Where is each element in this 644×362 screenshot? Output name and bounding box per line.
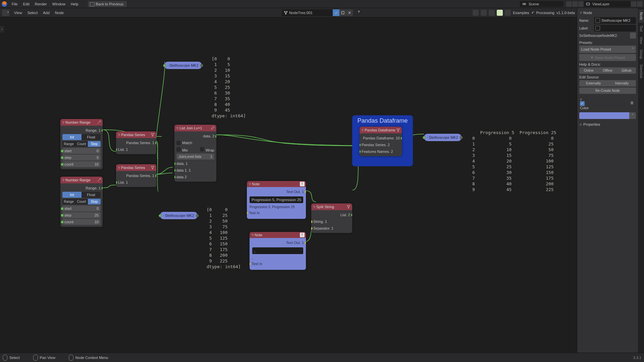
recreate-node-button[interactable]: Re-Create Node xyxy=(579,87,636,94)
list-icon[interactable] xyxy=(630,101,635,106)
menu-render[interactable]: Render xyxy=(32,2,50,6)
socket-out[interactable] xyxy=(351,214,352,217)
edit-icon[interactable] xyxy=(97,120,101,125)
step-mode-button[interactable]: Step xyxy=(88,141,101,147)
toolbar-btn-3[interactable] xyxy=(489,10,495,16)
node-pandas-dataframe[interactable]: ▽Pandas Dataframe Pandas Dataframe. 10 P… xyxy=(360,127,402,156)
toolbar-btn-5[interactable] xyxy=(505,10,511,16)
collapse-icon[interactable]: ▽ xyxy=(249,183,251,186)
node-pandas-series-1[interactable]: ▽Pandas Series Pandas Series. 1 List. 1 xyxy=(116,131,156,154)
node-pandas-series-2[interactable]: ▽Pandas Series Pandas Series. 1 List. 1 xyxy=(116,164,156,187)
pin-icon[interactable] xyxy=(357,10,362,15)
chevron-icon[interactable]: › xyxy=(427,136,428,139)
internally-button[interactable]: Internally xyxy=(608,80,636,86)
collapse-icon[interactable]: ▽ xyxy=(252,234,254,237)
editor-type-selector[interactable] xyxy=(2,9,9,16)
int-button[interactable]: Int xyxy=(62,134,82,140)
tab-sverchok[interactable]: Sverchok xyxy=(639,62,644,81)
socket-in[interactable] xyxy=(174,162,176,165)
menu-help[interactable]: Help xyxy=(68,2,81,6)
node-note-2[interactable]: ▽Note! Text Out. 1 , , Text In xyxy=(250,232,306,270)
tab-node[interactable]: Node xyxy=(639,9,644,23)
processing-toggle[interactable]: Processing xyxy=(536,11,554,15)
externally-button[interactable]: Externally xyxy=(579,80,608,86)
socket-in[interactable] xyxy=(61,149,64,153)
node-note-1[interactable]: ▽Note! Text Out. 1 Progression 5, Progre… xyxy=(247,181,306,219)
fake-user-button[interactable] xyxy=(333,9,339,16)
note-text-input[interactable]: Progression 5, Progression 25 xyxy=(250,196,303,203)
color-checkbox[interactable]: ✓ xyxy=(580,101,585,106)
collapse-icon[interactable]: ▽ xyxy=(118,133,120,136)
load-preset-dropdown[interactable]: Load Node Preset˅ xyxy=(579,46,636,53)
panel-properties[interactable]: ▷Properties xyxy=(579,121,636,128)
node-stethoscope-2[interactable]: ›Stethoscope MK2 xyxy=(160,212,198,219)
float-button[interactable]: Float xyxy=(82,192,101,198)
panel-node[interactable]: ▽Node xyxy=(579,9,636,16)
filter-icon[interactable] xyxy=(150,132,155,137)
wrench-icon[interactable] xyxy=(210,126,215,130)
collapse-icon[interactable]: ▽ xyxy=(118,166,120,169)
socket-in[interactable] xyxy=(247,212,248,215)
delete-viewlayer-icon[interactable] xyxy=(637,1,642,7)
filter-icon[interactable] xyxy=(150,165,155,170)
menu-view[interactable]: View xyxy=(11,11,25,15)
chevron-icon[interactable]: › xyxy=(168,64,169,67)
expand-toolbar-icon[interactable]: › xyxy=(0,26,4,33)
back-to-previous-button[interactable]: Back to Previous xyxy=(88,1,127,7)
node-header[interactable]: ▽Pandas Series xyxy=(116,131,156,138)
socket-in[interactable] xyxy=(163,64,166,67)
menu-file[interactable]: File xyxy=(9,2,20,6)
node-header[interactable]: ▽Note! xyxy=(247,181,306,187)
count-mode-button[interactable]: Count xyxy=(75,199,88,204)
checkbox-icon[interactable] xyxy=(200,147,204,152)
socket-in[interactable] xyxy=(174,169,176,172)
count-field[interactable]: count10 xyxy=(62,219,101,225)
float-button[interactable]: Float xyxy=(82,134,101,140)
node-header[interactable]: ▽Pandas Series xyxy=(116,164,156,171)
unlink-nodetree-button[interactable] xyxy=(346,9,353,16)
socket-out[interactable] xyxy=(155,174,156,177)
label-field[interactable] xyxy=(594,25,636,32)
toolbar-btn-2[interactable] xyxy=(481,10,487,16)
new-scene-icon[interactable] xyxy=(572,1,578,7)
menu-window[interactable]: Window xyxy=(50,2,68,6)
count-mode-button[interactable]: Count xyxy=(75,141,88,147)
node-split-string[interactable]: ▽Split String List. 2 String. 1 Separato… xyxy=(311,203,352,233)
socket-in[interactable] xyxy=(61,214,64,217)
blender-logo-icon[interactable] xyxy=(2,1,7,7)
toolbar-btn-1[interactable] xyxy=(473,10,479,16)
socket-in[interactable] xyxy=(360,143,361,146)
tab-view[interactable]: View xyxy=(639,34,644,47)
socket-out[interactable] xyxy=(305,241,306,244)
collapse-icon[interactable]: ▽ xyxy=(313,205,315,208)
tab-group[interactable]: Group xyxy=(639,47,644,62)
warning-icon[interactable]: ! xyxy=(300,233,305,237)
node-header[interactable]: ▽List Join Lv=1 xyxy=(174,125,216,131)
start-field[interactable]: start0 xyxy=(62,148,101,154)
step-mode-button[interactable]: Step xyxy=(88,199,101,204)
node-header[interactable]: ▽Split String xyxy=(311,203,352,210)
node-canvas[interactable]: › ▽ Number Range Range. 1 IntFloat Range… xyxy=(0,17,577,353)
socket-in[interactable] xyxy=(61,163,64,166)
socket-in[interactable] xyxy=(61,207,64,210)
menu-select[interactable]: Select xyxy=(25,11,41,15)
socket-out[interactable] xyxy=(155,141,156,144)
copy-id-icon[interactable] xyxy=(630,33,636,39)
match-check[interactable]: Match xyxy=(174,139,216,146)
delete-scene-icon[interactable] xyxy=(578,1,584,7)
socket-out[interactable] xyxy=(305,190,306,193)
viewlayer-selector[interactable]: ViewLayer xyxy=(584,1,631,7)
socket-out[interactable] xyxy=(200,64,203,67)
scene-selector[interactable]: Scene xyxy=(520,1,564,7)
color-swatch[interactable] xyxy=(579,112,629,119)
menu-edit[interactable]: Edit xyxy=(20,2,32,6)
step-field[interactable]: step5 xyxy=(62,155,101,161)
socket-out[interactable] xyxy=(460,136,463,139)
node-header[interactable]: ▽Pandas Dataframe xyxy=(360,127,402,133)
menu-node[interactable]: Node xyxy=(52,11,66,15)
socket-in[interactable] xyxy=(116,181,117,184)
socket-out[interactable] xyxy=(101,129,103,132)
socket-in[interactable] xyxy=(61,221,64,224)
socket-out[interactable] xyxy=(400,137,402,140)
socket-out[interactable] xyxy=(215,135,216,138)
